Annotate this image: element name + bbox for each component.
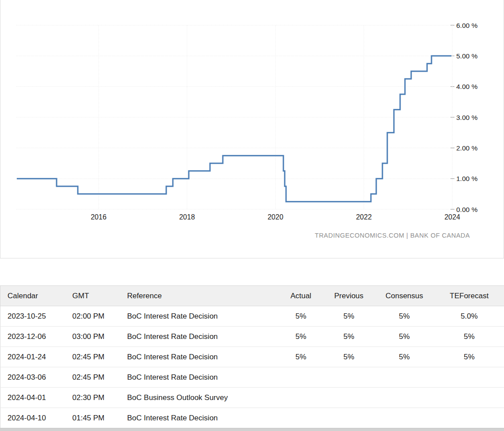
table-row[interactable]: 2024-04-0102:30 PMBoC Business Outlook S… xyxy=(0,388,504,408)
cell-consensus: 5% xyxy=(374,347,435,367)
y-axis-label: 5.00 % xyxy=(456,52,477,60)
table-row[interactable]: 2023-10-2502:00 PMBoC Interest Rate Deci… xyxy=(0,306,504,327)
y-axis-label: 6.00 % xyxy=(456,22,477,29)
y-axis-label: 1.00 % xyxy=(456,175,477,182)
cell-teforecast: 5% xyxy=(435,347,504,367)
cell-actual: 5% xyxy=(279,347,324,367)
y-axis-label: 2.00 % xyxy=(456,144,477,152)
x-axis-label: 2022 xyxy=(356,213,372,221)
cell-reference: BoC Interest Rate Decision xyxy=(120,306,279,327)
y-axis-label: 4.00 % xyxy=(456,83,477,90)
cell-teforecast xyxy=(435,388,504,408)
cell-gmt: 02:45 PM xyxy=(65,347,120,367)
x-axis-label: 2020 xyxy=(267,213,283,221)
x-axis-label: 2024 xyxy=(444,213,460,221)
cell-reference: BoC Interest Rate Decision xyxy=(120,327,279,347)
column-header-gmt: GMT xyxy=(65,286,120,306)
cell-reference: BoC Business Outlook Survey xyxy=(120,388,279,408)
cell-previous: 5% xyxy=(324,347,374,367)
interest-rate-step-chart: 0.00 %1.00 %2.00 %3.00 %4.00 %5.00 %6.00… xyxy=(0,0,504,258)
column-header-previous: Previous xyxy=(324,286,374,306)
cell-previous xyxy=(324,388,374,408)
cell-teforecast xyxy=(435,367,504,388)
cell-actual xyxy=(279,388,324,408)
table-row[interactable]: 2024-04-1001:45 PMBoC Interest Rate Deci… xyxy=(0,408,504,428)
cell-previous: 5% xyxy=(324,306,374,327)
cell-consensus: 5% xyxy=(374,327,435,347)
cell-teforecast: 5% xyxy=(435,327,504,347)
y-axis-label: 3.00 % xyxy=(456,114,477,121)
cell-reference: BoC Interest Rate Decision xyxy=(120,347,279,367)
cell-calendar: 2023-10-25 xyxy=(0,306,65,327)
cell-gmt: 02:30 PM xyxy=(65,388,120,408)
cell-gmt: 01:45 PM xyxy=(65,408,120,428)
cell-teforecast: 5.0% xyxy=(435,306,504,327)
rate-line-series xyxy=(17,56,451,201)
cell-consensus: 5% xyxy=(374,306,435,327)
cell-gmt: 02:45 PM xyxy=(65,367,120,388)
cell-calendar: 2023-12-06 xyxy=(0,327,65,347)
cell-gmt: 03:00 PM xyxy=(65,327,120,347)
column-header-teforecast: TEForecast xyxy=(435,286,504,306)
table-horizontal-scrollbar[interactable] xyxy=(0,428,504,431)
table-row[interactable]: 2023-12-0603:00 PMBoC Interest Rate Deci… xyxy=(0,327,504,347)
cell-previous xyxy=(324,367,374,388)
table-row[interactable]: 2024-03-0602:45 PMBoC Interest Rate Deci… xyxy=(0,367,504,388)
cell-previous xyxy=(324,408,374,428)
cell-actual: 5% xyxy=(279,306,324,327)
interest-rate-chart-panel: 0.00 %1.00 %2.00 %3.00 %4.00 %5.00 %6.00… xyxy=(0,0,504,258)
cell-actual: 5% xyxy=(279,327,324,347)
chart-attribution: TRADINGECONOMICS.COM | BANK OF CANADA xyxy=(315,232,470,239)
column-header-actual: Actual xyxy=(279,286,324,306)
cell-teforecast xyxy=(435,408,504,428)
cell-consensus xyxy=(374,408,435,428)
calendar-table-header: CalendarGMTReferenceActualPreviousConsen… xyxy=(0,286,504,306)
cell-actual xyxy=(279,408,324,428)
column-header-reference: Reference xyxy=(120,286,279,306)
x-axis-label: 2018 xyxy=(179,213,195,221)
economic-calendar-table: CalendarGMTReferenceActualPreviousConsen… xyxy=(0,285,504,428)
x-axis-label: 2016 xyxy=(91,213,107,221)
cell-actual xyxy=(279,367,324,388)
cell-reference: BoC Interest Rate Decision xyxy=(120,367,279,388)
cell-consensus xyxy=(374,367,435,388)
table-row[interactable]: 2024-01-2402:45 PMBoC Interest Rate Deci… xyxy=(0,347,504,367)
cell-calendar: 2024-04-01 xyxy=(0,388,65,408)
cell-previous: 5% xyxy=(324,327,374,347)
cell-gmt: 02:00 PM xyxy=(65,306,120,327)
cell-calendar: 2024-03-06 xyxy=(0,367,65,388)
cell-consensus xyxy=(374,388,435,408)
y-axis-label: 0.00 % xyxy=(456,206,477,213)
column-header-consensus: Consensus xyxy=(374,286,435,306)
cell-calendar: 2024-01-24 xyxy=(0,347,65,367)
cell-calendar: 2024-04-10 xyxy=(0,408,65,428)
cell-reference: BoC Interest Rate Decision xyxy=(120,408,279,428)
column-header-calendar: Calendar xyxy=(0,286,65,306)
